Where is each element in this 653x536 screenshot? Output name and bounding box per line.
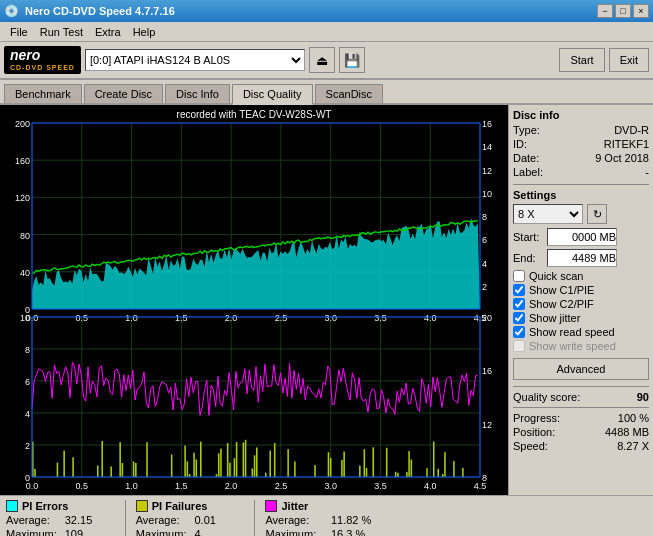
- tab-disc-info[interactable]: Disc Info: [165, 84, 230, 103]
- title-bar-controls: − □ ×: [597, 4, 649, 18]
- pi-errors-avg-label: Average:: [6, 514, 50, 526]
- disc-id-row: ID: RITEKF1: [513, 138, 649, 150]
- title-bar: 💿 Nero CD-DVD Speed 4.7.7.16 − □ ×: [0, 0, 653, 22]
- speed-value: 8.27 X: [617, 440, 649, 452]
- quick-scan-row: Quick scan: [513, 270, 649, 282]
- minimize-button[interactable]: −: [597, 4, 613, 18]
- main-content: recorded with TEAC DV-W28S-WT Disc info …: [0, 105, 653, 495]
- disc-id-label: ID:: [513, 138, 553, 150]
- disc-info-title: Disc info: [513, 109, 649, 121]
- start-mb-label: Start:: [513, 231, 543, 243]
- jitter-max-label: Maximum:: [265, 528, 316, 536]
- show-c2pif-row: Show C2/PIF: [513, 298, 649, 310]
- jitter-max-row: Maximum: 16.3 %: [265, 528, 380, 536]
- pi-errors-max-value: 109: [65, 528, 115, 536]
- quality-score-label: Quality score:: [513, 391, 580, 403]
- nero-logo: nero CD-DVD SPEED: [4, 46, 81, 73]
- pi-failures-max-label: Maximum:: [136, 528, 187, 536]
- pi-failures-avg-row: Average: 0.01: [136, 514, 245, 526]
- speed-select[interactable]: 8 X Maximum 1 X 2 X 4 X 12 X 16 X: [513, 204, 583, 224]
- close-button[interactable]: ×: [633, 4, 649, 18]
- position-label: Position:: [513, 426, 555, 438]
- divider-vert-2: [254, 500, 255, 536]
- menu-help[interactable]: Help: [127, 24, 162, 40]
- bottom-stats: PI Errors Average: 32.15 Maximum: 109 To…: [0, 495, 653, 536]
- show-read-speed-row: Show read speed: [513, 326, 649, 338]
- show-c2pif-label: Show C2/PIF: [529, 298, 594, 310]
- window-title: Nero CD-DVD Speed 4.7.7.16: [25, 5, 175, 17]
- divider-3: [513, 407, 649, 408]
- disc-label-row: Label: -: [513, 166, 649, 178]
- progress-progress-row: Progress: 100 %: [513, 412, 649, 424]
- disc-type-label: Type:: [513, 124, 553, 136]
- pi-errors-max-row: Maximum: 109: [6, 528, 115, 536]
- pi-failures-avg-label: Average:: [136, 514, 180, 526]
- divider-vert-1: [125, 500, 126, 536]
- pi-errors-color: [6, 500, 18, 512]
- jitter-avg-row: Average: 11.82 %: [265, 514, 380, 526]
- end-mb-input[interactable]: [547, 249, 617, 267]
- tab-disc-quality[interactable]: Disc Quality: [232, 84, 313, 105]
- show-write-speed-row: Show write speed: [513, 340, 649, 352]
- progress-section: Progress: 100 % Position: 4488 MB Speed:…: [513, 412, 649, 452]
- quality-score-value: 90: [637, 391, 649, 403]
- speed-label: Speed:: [513, 440, 548, 452]
- jitter-avg-label: Average:: [265, 514, 309, 526]
- show-write-speed-label: Show write speed: [529, 340, 616, 352]
- disc-date-row: Date: 9 Oct 2018: [513, 152, 649, 164]
- toolbar: nero CD-DVD SPEED [0:0] ATAPI iHAS124 B …: [0, 42, 653, 80]
- menu-file[interactable]: File: [4, 24, 34, 40]
- show-c1pie-label: Show C1/PIE: [529, 284, 594, 296]
- show-jitter-label: Show jitter: [529, 312, 580, 324]
- disc-type-row: Type: DVD-R: [513, 124, 649, 136]
- advanced-button[interactable]: Advanced: [513, 358, 649, 380]
- jitter-max-value: 16.3 %: [331, 528, 381, 536]
- pi-errors-group: PI Errors Average: 32.15 Maximum: 109 To…: [6, 500, 115, 536]
- show-jitter-row: Show jitter: [513, 312, 649, 324]
- disc-date-label: Date:: [513, 152, 553, 164]
- divider-2: [513, 386, 649, 387]
- progress-position-row: Position: 4488 MB: [513, 426, 649, 438]
- maximize-button[interactable]: □: [615, 4, 631, 18]
- tab-create-disc[interactable]: Create Disc: [84, 84, 163, 103]
- pi-errors-avg-row: Average: 32.15: [6, 514, 115, 526]
- jitter-color: [265, 500, 277, 512]
- disc-date-value: 9 Oct 2018: [595, 152, 649, 164]
- speed-row: 8 X Maximum 1 X 2 X 4 X 12 X 16 X ↻: [513, 204, 649, 224]
- menu-extra[interactable]: Extra: [89, 24, 127, 40]
- jitter-title: Jitter: [281, 500, 308, 512]
- show-write-speed-checkbox[interactable]: [513, 340, 525, 352]
- pi-errors-title: PI Errors: [22, 500, 68, 512]
- menu-run-test[interactable]: Run Test: [34, 24, 89, 40]
- show-jitter-checkbox[interactable]: [513, 312, 525, 324]
- show-read-speed-label: Show read speed: [529, 326, 615, 338]
- drive-select[interactable]: [0:0] ATAPI iHAS124 B AL0S: [85, 49, 305, 71]
- refresh-button[interactable]: ↻: [587, 204, 607, 224]
- tab-benchmark[interactable]: Benchmark: [4, 84, 82, 103]
- show-read-speed-checkbox[interactable]: [513, 326, 525, 338]
- exit-button[interactable]: Exit: [609, 48, 649, 72]
- pi-failures-title: PI Failures: [152, 500, 208, 512]
- eject-icon[interactable]: ⏏: [309, 47, 335, 73]
- disc-info-section: Disc info Type: DVD-R ID: RITEKF1 Date: …: [513, 109, 649, 178]
- pi-failures-color: [136, 500, 148, 512]
- tab-scandisc[interactable]: ScanDisc: [315, 84, 383, 103]
- title-bar-left: 💿 Nero CD-DVD Speed 4.7.7.16: [4, 4, 175, 18]
- divider-1: [513, 184, 649, 185]
- quick-scan-checkbox[interactable]: [513, 270, 525, 282]
- show-c1pie-row: Show C1/PIE: [513, 284, 649, 296]
- stats-panel: Disc info Type: DVD-R ID: RITEKF1 Date: …: [508, 105, 653, 495]
- start-mb-row: Start:: [513, 228, 649, 246]
- position-value: 4488 MB: [605, 426, 649, 438]
- recorded-text: recorded with TEAC DV-W28S-WT: [177, 109, 332, 120]
- menu-bar: File Run Test Extra Help: [0, 22, 653, 42]
- progress-label: Progress:: [513, 412, 560, 424]
- show-c1pie-checkbox[interactable]: [513, 284, 525, 296]
- disc-label-label: Label:: [513, 166, 553, 178]
- jitter-header: Jitter: [265, 500, 380, 512]
- start-button[interactable]: Start: [559, 48, 604, 72]
- show-c2pif-checkbox[interactable]: [513, 298, 525, 310]
- save-icon[interactable]: 💾: [339, 47, 365, 73]
- start-mb-input[interactable]: [547, 228, 617, 246]
- disc-id-value: RITEKF1: [604, 138, 649, 150]
